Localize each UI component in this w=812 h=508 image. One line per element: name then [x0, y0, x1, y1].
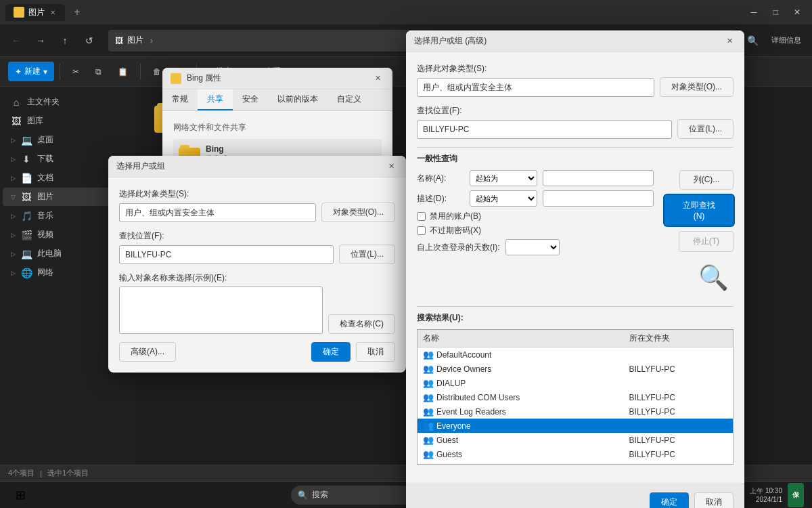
col-btn[interactable]: 列(C)...	[679, 170, 734, 190]
tab-general-label: 常规	[172, 94, 188, 104]
location-group: 查找位置(F): 位置(L)...	[119, 230, 395, 264]
baocheng-logo[interactable]: 保	[788, 483, 804, 507]
tab-custom[interactable]: 自定义	[328, 89, 371, 110]
up-btn[interactable]: ↑	[54, 30, 76, 51]
back-btn[interactable]: ←	[5, 30, 27, 51]
toolbar-right: 🔍 详细信息	[742, 30, 807, 51]
address-icon: 🖼	[115, 36, 123, 45]
minimize-btn[interactable]: ─	[744, 3, 763, 22]
copy-icon: ⧉	[95, 67, 102, 77]
tab-previous[interactable]: 以前的版本	[268, 89, 328, 110]
gallery-icon: 🖼	[11, 116, 22, 127]
desc-condition-select[interactable]: 起始为 包含	[470, 190, 537, 207]
network-icon: 🌐	[21, 268, 32, 278]
check-name-btn[interactable]: 检查名称(C)	[328, 314, 395, 334]
cut-btn[interactable]: ✂	[66, 63, 86, 81]
tab-close-btn[interactable]: ✕	[49, 7, 57, 18]
table-row[interactable]: 👥 Everyone	[418, 419, 733, 433]
days-row: 自上次查登录的天数(I): 30 60 90	[417, 239, 654, 255]
share-section-title: 网络文件和文件共享	[173, 122, 382, 133]
table-row[interactable]: 👥 Distributed COM Users BILLYFU-PC	[418, 390, 733, 404]
search-results-label: 搜索结果(U):	[417, 312, 734, 324]
adv-location-label: 查找位置(F):	[417, 105, 734, 117]
close-btn[interactable]: ✕	[788, 3, 807, 22]
adv-ok-btn[interactable]: 确定	[650, 492, 689, 508]
sidebar-video-label: 视频	[37, 229, 53, 240]
refresh-btn[interactable]: ↺	[78, 30, 100, 51]
input-name-row: 检查名称(C)	[119, 287, 395, 334]
location-input[interactable]	[119, 245, 334, 264]
table-row[interactable]: 👥 Guest BILLYFU-PC	[418, 433, 733, 447]
col-name-header[interactable]: 名称	[418, 330, 624, 347]
name-query-input[interactable]	[543, 170, 654, 186]
small-dialog-close-btn[interactable]: ✕	[384, 160, 398, 173]
adv-location-btn[interactable]: 位置(L)...	[677, 119, 734, 139]
no-expire-pwd-checkbox[interactable]	[417, 226, 426, 235]
desc-query-input[interactable]	[543, 190, 654, 207]
taskbar-search[interactable]: 🔍 搜索	[291, 486, 413, 505]
object-type-btn[interactable]: 对象类型(O)...	[321, 203, 395, 222]
result-folder-cell: BILLYFU-PC	[624, 404, 733, 419]
find-now-btn[interactable]: 立即查找(N)	[664, 195, 734, 226]
name-query-label: 名称(A):	[417, 173, 464, 184]
adv-cancel-btn[interactable]: 取消	[694, 492, 734, 508]
tab-custom-label: 自定义	[337, 94, 361, 104]
video-icon: 🎬	[21, 230, 32, 240]
table-row[interactable]: 👥 Event Log Readers BILLYFU-PC	[418, 404, 733, 419]
sidebar-item-gallery[interactable]: 🖼 图库	[3, 112, 133, 130]
forward-btn[interactable]: →	[30, 30, 51, 51]
ribbon-divider-2	[140, 64, 141, 80]
sidebar-item-home[interactable]: ⌂ 主文件夹	[3, 93, 133, 111]
col-folder-header[interactable]: 所在文件夹	[624, 330, 733, 347]
adv-object-type-btn[interactable]: 对象类型(O)...	[660, 77, 734, 97]
results-container[interactable]: 名称 所在文件夹 👥 DefaultAccount �	[417, 329, 734, 465]
paste-btn[interactable]: 📋	[111, 63, 135, 81]
location-btn[interactable]: 位置(L)...	[339, 245, 395, 264]
explorer-tab[interactable]: 图片 ✕	[5, 4, 65, 21]
downloads-icon: ⬇	[21, 154, 32, 165]
new-arrow: ▾	[43, 67, 47, 77]
advanced-dialog-close-btn[interactable]: ✕	[723, 35, 736, 48]
location-label: 查找位置(F):	[119, 230, 395, 242]
tab-share-label: 共享	[207, 94, 223, 104]
object-type-input[interactable]	[119, 203, 316, 222]
days-select[interactable]: 30 60 90	[505, 239, 560, 255]
adv-location-input[interactable]	[417, 120, 672, 139]
taskbar-time: 上午 10:30	[750, 486, 782, 496]
table-row[interactable]: 👥 Hyper-V Administrators BILLYFU-PC	[418, 461, 733, 465]
input-name-textarea[interactable]	[119, 287, 323, 334]
sidebar-item-desktop[interactable]: ▷ 💻 桌面	[3, 131, 133, 149]
pictures-icon: 🖼	[21, 192, 32, 203]
tab-security-label: 安全	[242, 94, 258, 104]
copy-btn[interactable]: ⧉	[89, 63, 108, 81]
table-row[interactable]: 👥 Guests BILLYFU-PC	[418, 447, 733, 461]
result-folder-cell	[624, 419, 733, 433]
bing-dialog-title: Bing 属性	[187, 72, 365, 84]
bing-dialog-close-btn[interactable]: ✕	[371, 72, 384, 85]
sidebar-docs-label: 文档	[37, 172, 53, 184]
input-name-label: 输入对象名称来选择(示例)(E):	[119, 272, 395, 284]
small-cancel-btn[interactable]: 取消	[356, 342, 395, 362]
tab-share[interactable]: 共享	[198, 89, 233, 110]
new-tab-btn[interactable]: +	[68, 3, 87, 22]
details-btn[interactable]: 详细信息	[766, 30, 807, 51]
tab-general[interactable]: 常规	[162, 89, 198, 110]
advanced-btn[interactable]: 高级(A)...	[119, 342, 176, 362]
result-folder-cell: BILLYFU-PC	[624, 362, 733, 376]
maximize-btn[interactable]: □	[766, 3, 785, 22]
address-chevron: ›	[150, 36, 153, 45]
name-condition-select[interactable]: 起始为 包含 精确匹配	[470, 170, 537, 186]
address-text: 图片	[127, 35, 143, 46]
table-row[interactable]: 👥 DIALUP	[418, 376, 733, 390]
tab-security[interactable]: 安全	[233, 89, 268, 110]
start-btn[interactable]: ⊞	[8, 483, 32, 507]
search-btn[interactable]: 🔍	[742, 30, 763, 51]
adv-object-type-input[interactable]	[417, 78, 654, 97]
downloads-expand-icon: ▷	[11, 156, 16, 163]
table-row[interactable]: 👥 DefaultAccount	[418, 347, 733, 362]
desc-query-row: 描述(D): 起始为 包含	[417, 190, 654, 207]
small-ok-btn[interactable]: 确定	[311, 342, 351, 362]
new-btn[interactable]: ✦ 新建 ▾	[8, 62, 54, 81]
disabled-accounts-checkbox[interactable]	[417, 212, 426, 221]
table-row[interactable]: 👥 Device Owners BILLYFU-PC	[418, 362, 733, 376]
